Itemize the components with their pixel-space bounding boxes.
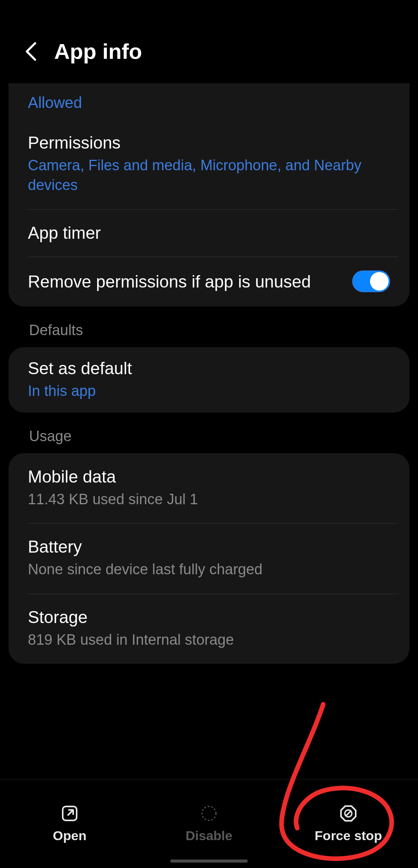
battery-title: Battery xyxy=(28,537,390,556)
remove-permissions-row[interactable]: Remove permissions if app is unused xyxy=(9,257,409,306)
back-button[interactable] xyxy=(23,44,39,59)
permissions-subtitle: Camera, Files and media, Microphone, and… xyxy=(28,156,390,195)
permissions-row[interactable]: Permissions Camera, Files and media, Mic… xyxy=(9,119,409,209)
set-as-default-title: Set as default xyxy=(28,359,390,378)
remove-permissions-toggle[interactable] xyxy=(352,271,390,292)
privacy-card: Allowed Permissions Camera, Files and me… xyxy=(9,83,409,306)
open-icon xyxy=(60,804,79,823)
defaults-section-header: Defaults xyxy=(0,322,418,347)
set-as-default-subtitle: In this app xyxy=(28,381,390,401)
battery-subtitle: None since device last fully charged xyxy=(28,560,390,579)
mobile-data-title: Mobile data xyxy=(28,467,390,486)
force-stop-label: Force stop xyxy=(315,828,382,843)
force-stop-icon xyxy=(339,804,358,823)
open-label: Open xyxy=(53,828,87,843)
storage-row[interactable]: Storage 819 KB used in Internal storage xyxy=(9,594,409,664)
open-button[interactable]: Open xyxy=(0,779,139,868)
usage-card: Mobile data 11.43 KB used since Jul 1 Ba… xyxy=(9,453,409,664)
svg-line-5 xyxy=(346,811,351,816)
set-as-default-row[interactable]: Set as default In this app xyxy=(9,347,409,413)
back-chevron-icon xyxy=(25,42,37,61)
defaults-card: Set as default In this app xyxy=(9,347,409,413)
mobile-data-row[interactable]: Mobile data 11.43 KB used since Jul 1 xyxy=(9,453,409,523)
bottom-action-bar: Open Disable Force stop xyxy=(0,779,418,868)
allowed-link[interactable]: Allowed xyxy=(9,83,409,119)
force-stop-button[interactable]: Force stop xyxy=(279,779,418,868)
svg-line-1 xyxy=(68,810,73,815)
remove-permissions-title: Remove permissions if app is unused xyxy=(28,271,341,293)
mobile-data-subtitle: 11.43 KB used since Jul 1 xyxy=(28,490,390,509)
storage-title: Storage xyxy=(28,608,390,627)
battery-row[interactable]: Battery None since device last fully cha… xyxy=(9,523,409,593)
disable-button[interactable]: Disable xyxy=(139,779,279,868)
header: App info xyxy=(0,0,418,83)
page-title: App info xyxy=(54,39,142,64)
disable-icon xyxy=(200,804,218,823)
storage-subtitle: 819 KB used in Internal storage xyxy=(28,630,390,650)
permissions-title: Permissions xyxy=(28,133,390,152)
app-timer-row[interactable]: App timer xyxy=(9,209,409,257)
svg-point-2 xyxy=(202,806,216,820)
disable-label: Disable xyxy=(186,828,233,843)
nav-pill xyxy=(170,859,248,863)
usage-section-header: Usage xyxy=(0,428,418,453)
app-timer-title: App timer xyxy=(28,223,390,243)
